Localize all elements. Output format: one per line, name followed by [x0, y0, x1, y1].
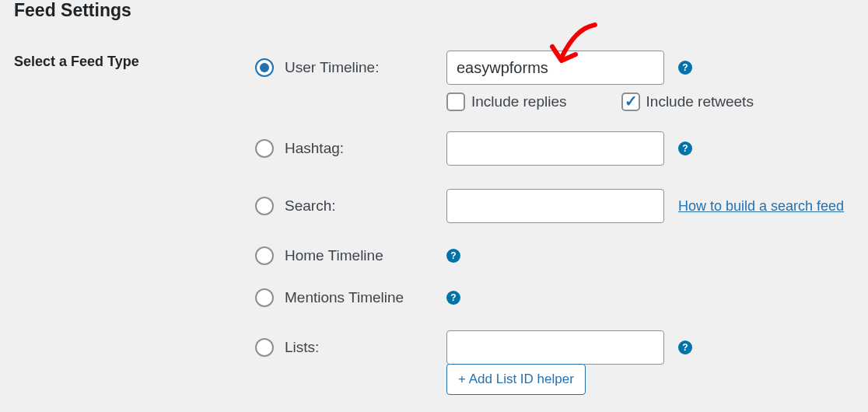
label-search: Search:: [285, 197, 446, 215]
checkbox-include-replies[interactable]: [446, 93, 465, 111]
label-include-replies: Include replies: [471, 93, 567, 110]
row-user-timeline: User Timeline: ?: [255, 51, 868, 85]
label-user-timeline: User Timeline:: [285, 59, 446, 76]
help-icon[interactable]: ?: [446, 291, 460, 305]
radio-user-timeline[interactable]: [255, 58, 274, 77]
checkbox-include-replies-wrap[interactable]: Include replies: [446, 93, 567, 111]
help-icon[interactable]: ?: [678, 141, 692, 155]
row-hashtag: Hashtag: ?: [255, 131, 868, 166]
label-home-timeline: Home Timeline: [285, 247, 446, 264]
label-include-retweets: Include retweets: [646, 93, 754, 110]
radio-lists[interactable]: [255, 338, 274, 357]
help-icon[interactable]: ?: [678, 61, 692, 75]
radio-home-timeline[interactable]: [255, 246, 274, 265]
checkbox-include-retweets-wrap[interactable]: Include retweets: [621, 93, 754, 111]
label-mentions-timeline: Mentions Timeline: [285, 289, 446, 306]
feed-settings-form: Select a Feed Type User Timeline: ? Incl…: [0, 27, 868, 395]
page-title: Feed Settings: [0, 0, 868, 27]
input-user-timeline[interactable]: [446, 51, 664, 85]
checkbox-include-retweets[interactable]: [621, 93, 640, 111]
link-search-help[interactable]: How to build a search feed: [678, 198, 844, 215]
add-list-id-helper-button[interactable]: + Add List ID helper: [446, 364, 586, 395]
radio-mentions-timeline[interactable]: [255, 288, 274, 307]
label-lists: Lists:: [285, 339, 446, 356]
input-hashtag[interactable]: [446, 131, 664, 166]
label-hashtag: Hashtag:: [285, 140, 446, 157]
row-mentions-timeline: Mentions Timeline ?: [255, 288, 868, 307]
help-icon[interactable]: ?: [678, 340, 692, 354]
radio-search[interactable]: [255, 197, 274, 215]
input-lists[interactable]: [446, 330, 664, 365]
row-user-timeline-options: Include replies Include retweets: [446, 93, 868, 111]
row-lists: Lists: ?: [255, 330, 868, 365]
help-icon[interactable]: ?: [446, 249, 460, 263]
row-search: Search: How to build a search feed: [255, 189, 868, 223]
row-home-timeline: Home Timeline ?: [255, 246, 868, 265]
section-label: Select a Feed Type: [14, 51, 255, 395]
radio-hashtag[interactable]: [255, 139, 274, 158]
input-search[interactable]: [446, 189, 664, 223]
